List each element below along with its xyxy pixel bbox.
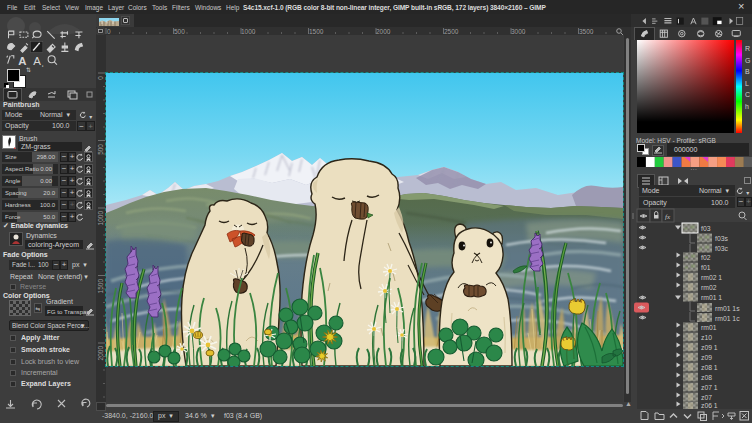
svg-text:z09: z09 (701, 354, 712, 361)
svg-text:z07 1: z07 1 (701, 384, 718, 391)
svg-text:500: 500 (174, 28, 185, 35)
svg-text:1500: 1500 (309, 28, 324, 35)
svg-text:2000: 2000 (97, 346, 104, 361)
svg-text:rm01 1: rm01 1 (701, 294, 722, 301)
svg-text:1000: 1000 (241, 28, 256, 35)
svg-text:3500: 3500 (579, 28, 594, 35)
svg-text:A: A (18, 55, 26, 67)
svg-text:rm02: rm02 (701, 284, 717, 291)
svg-text:fx: fx (665, 213, 671, 221)
svg-text:z08 1: z08 1 (701, 364, 718, 371)
svg-text:rm01 1c: rm01 1c (715, 315, 740, 322)
svg-text:z10: z10 (701, 334, 712, 341)
svg-text:500: 500 (97, 144, 104, 155)
svg-text:f03s: f03s (715, 235, 728, 242)
svg-text:z08: z08 (701, 374, 712, 381)
svg-text:rm01: rm01 (701, 324, 717, 331)
svg-text:f03c: f03c (715, 245, 728, 252)
svg-text:f01: f01 (701, 264, 711, 271)
svg-text:z06 1: z06 1 (701, 402, 718, 409)
svg-text:f02: f02 (701, 254, 711, 261)
svg-text:0: 0 (97, 76, 104, 80)
svg-text:3000: 3000 (511, 28, 526, 35)
svg-text:1000: 1000 (97, 211, 104, 226)
svg-text:rm02 1: rm02 1 (701, 274, 722, 281)
svg-text:2500: 2500 (444, 28, 459, 35)
svg-text:z09 1: z09 1 (701, 344, 718, 351)
svg-text:f03: f03 (701, 225, 711, 232)
svg-text:rm01 1s: rm01 1s (715, 305, 740, 312)
svg-text:1500: 1500 (97, 279, 104, 294)
svg-text:Aˌ: Aˌ (33, 55, 44, 67)
svg-text:2000: 2000 (376, 28, 391, 35)
svg-text:0: 0 (107, 28, 111, 35)
svg-text:z07: z07 (701, 394, 712, 401)
